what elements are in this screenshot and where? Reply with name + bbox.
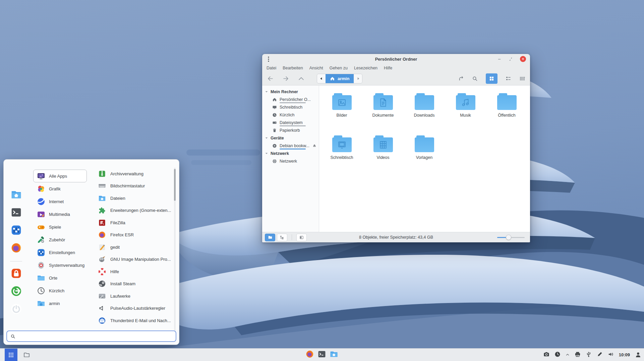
collapse-triangle-icon[interactable] xyxy=(265,136,268,140)
taskbar-app[interactable] xyxy=(317,350,326,360)
menubar-item[interactable]: Datei xyxy=(267,66,276,70)
category-item[interactable]: Orte xyxy=(33,272,87,284)
maximize-button[interactable] xyxy=(509,57,513,61)
tray-item[interactable] xyxy=(554,351,561,359)
app-item[interactable]: Archivverwaltung xyxy=(97,168,173,180)
app-item[interactable]: Install Steam xyxy=(97,278,173,290)
category-item[interactable]: Multimedia xyxy=(33,208,87,221)
category-item[interactable]: Zubehör xyxy=(33,233,87,246)
category-item[interactable]: Kürzlich xyxy=(33,284,87,297)
menu-button[interactable] xyxy=(5,349,17,361)
zoom-slider[interactable] xyxy=(497,235,525,240)
taskbar-app[interactable] xyxy=(330,350,338,360)
breadcrumb-current[interactable]: armin xyxy=(326,74,354,83)
sidebar-row[interactable]: Debian bookw... xyxy=(262,142,319,149)
rail-terminal-icon xyxy=(11,207,22,218)
clock-label[interactable]: 10:09 xyxy=(619,352,630,357)
app-item[interactable]: Firefox ESR xyxy=(97,229,173,241)
toolbar-view-button[interactable] xyxy=(486,73,497,84)
taskbar-app[interactable] xyxy=(305,350,314,360)
toolbar-view-button[interactable] xyxy=(472,76,478,81)
slider-knob[interactable] xyxy=(506,235,511,240)
folder-tile[interactable]: Bilder xyxy=(321,92,362,128)
app-item[interactable]: Thunderbird E-Mail und Nach... xyxy=(97,314,173,327)
tray-item[interactable] xyxy=(608,351,614,359)
rail-item[interactable] xyxy=(11,286,22,298)
menubar-item[interactable]: Hilfe xyxy=(384,66,392,70)
scrollbar-thumb[interactable] xyxy=(174,169,176,201)
category-item[interactable]: Systemverwaltung xyxy=(33,259,87,272)
folder-outline-icon[interactable] xyxy=(23,351,30,358)
sidebar-row[interactable]: Dateisystem xyxy=(262,119,319,126)
folder-tile[interactable]: Musik xyxy=(445,92,486,128)
tray-item[interactable] xyxy=(566,352,570,358)
app-item[interactable]: gedit xyxy=(97,241,173,253)
category-item[interactable]: Alle Apps xyxy=(33,170,87,182)
sidebar-row[interactable]: Mein Rechner xyxy=(262,88,319,96)
app-item[interactable]: Dateien xyxy=(97,192,173,204)
category-item[interactable]: Internet xyxy=(33,195,87,208)
titlebar[interactable]: Persönlicher Ordner xyxy=(262,54,530,64)
apps-scrollbar[interactable] xyxy=(174,168,176,332)
app-item[interactable]: Hilfe xyxy=(97,265,173,278)
menubar-item[interactable]: Ansicht xyxy=(309,66,323,70)
sidebar-row[interactable]: Schreibtisch xyxy=(262,103,319,111)
menubar-item[interactable]: Lesezeichen xyxy=(354,66,377,70)
tray-item[interactable] xyxy=(597,351,603,359)
sidebar-row[interactable]: Netzwerk xyxy=(262,149,319,157)
search-input[interactable] xyxy=(18,334,172,339)
toolbar-view-button[interactable] xyxy=(458,76,464,81)
show-treeview-button[interactable] xyxy=(277,234,287,241)
forward-button[interactable] xyxy=(283,75,289,82)
toggle-sidebar-button[interactable] xyxy=(296,234,307,241)
tray-item[interactable] xyxy=(586,351,592,359)
rail-item[interactable] xyxy=(10,261,22,261)
folder-tile[interactable]: Dokumente xyxy=(362,92,404,128)
show-places-button[interactable] xyxy=(265,234,275,241)
menubar-item[interactable]: Bearbeiten xyxy=(283,66,303,70)
category-item[interactable]: Spiele xyxy=(33,221,87,233)
folder-tile[interactable]: Downloads xyxy=(404,92,445,128)
breadcrumb-forward[interactable] xyxy=(354,74,362,83)
rail-item[interactable] xyxy=(11,242,22,255)
category-item[interactable]: Einstellungen xyxy=(33,246,87,259)
app-item[interactable]: Laufwerke xyxy=(97,290,173,302)
app-item[interactable]: Erweiterungen (Gnome-exten... xyxy=(97,204,173,217)
sidebar-row[interactable]: Persönlicher O... xyxy=(262,96,319,103)
rail-item[interactable] xyxy=(11,189,22,201)
rail-item[interactable] xyxy=(11,268,22,280)
up-button[interactable] xyxy=(298,75,304,82)
category-item[interactable]: armin xyxy=(33,297,87,310)
back-button[interactable] xyxy=(267,75,274,82)
rail-item[interactable] xyxy=(11,225,22,237)
minimize-button[interactable] xyxy=(497,57,502,61)
menubar-item[interactable]: Gehen zu xyxy=(330,66,348,70)
folder-tile[interactable]: Videos xyxy=(362,134,404,170)
category-item[interactable]: Grafik xyxy=(33,182,87,195)
sidebar-row[interactable]: Kürzlich xyxy=(262,111,319,119)
tray-item[interactable] xyxy=(543,351,549,359)
sidebar-row[interactable]: Geräte xyxy=(262,134,319,142)
breadcrumb-back[interactable] xyxy=(317,74,326,83)
collapse-triangle-icon[interactable] xyxy=(265,152,268,155)
sidebar-row[interactable]: Papierkorb xyxy=(262,126,319,134)
app-item[interactable]: Bildschirmtastatur xyxy=(97,180,173,192)
folder-tile[interactable]: Vorlagen xyxy=(404,134,445,170)
eject-icon[interactable] xyxy=(312,143,316,147)
app-item[interactable]: FileZilla xyxy=(97,217,173,229)
tray-item[interactable] xyxy=(575,351,581,359)
toolbar-view-button[interactable] xyxy=(506,76,511,81)
app-item[interactable]: PulseAudio-Lautstärkeregler xyxy=(97,302,173,315)
folder-tile[interactable]: Öffentlich xyxy=(486,92,527,128)
close-button[interactable] xyxy=(520,56,526,62)
sidebar-row[interactable]: Netzwerk xyxy=(262,157,319,165)
user-icon[interactable] xyxy=(635,352,641,358)
rail-item[interactable] xyxy=(11,207,22,219)
rail-item[interactable] xyxy=(11,303,22,316)
toolbar-view-button[interactable] xyxy=(519,76,525,81)
sidebar-item-label: Netzwerk xyxy=(271,151,289,156)
collapse-triangle-icon[interactable] xyxy=(265,90,268,94)
menu-search[interactable] xyxy=(6,330,176,342)
app-item[interactable]: GNU Image Manipulation Pro... xyxy=(97,253,173,266)
folder-tile[interactable]: Schreibtisch xyxy=(321,134,362,170)
